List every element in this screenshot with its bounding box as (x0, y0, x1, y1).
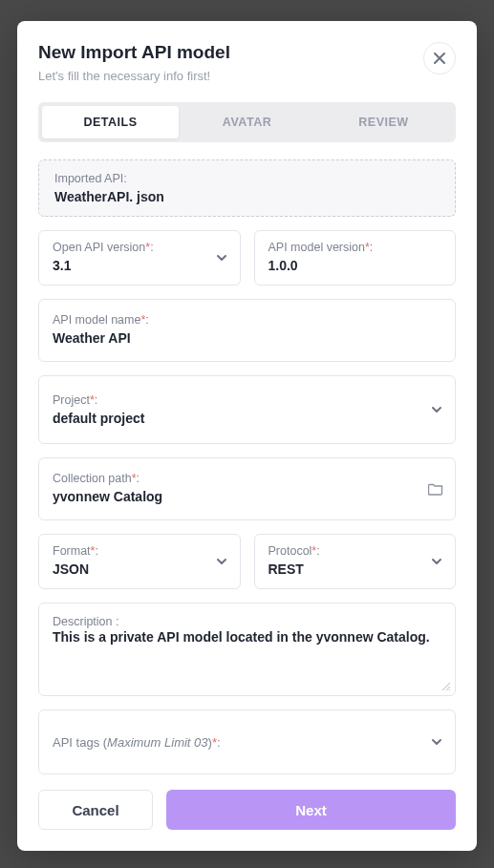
collection-path-input[interactable]: Collection path*: yvonnew Catalog (38, 457, 456, 520)
format-select[interactable]: Format*: JSON (38, 534, 241, 589)
folder-icon (428, 481, 443, 497)
openapi-version-select[interactable]: Open API version*: 3.1 (38, 230, 241, 286)
close-button[interactable] (423, 42, 456, 74)
api-model-version-input[interactable]: API model version*: 1.0.0 (254, 230, 457, 286)
modal-title: New Import API model (38, 42, 230, 63)
collection-path-label: Collection path (53, 472, 132, 485)
format-label: Format (53, 544, 91, 558)
collection-path-value: yvonnew Catalog (53, 489, 441, 504)
import-api-modal: New Import API model Let's fill the nece… (17, 21, 477, 851)
protocol-value: REST (268, 561, 442, 577)
api-model-name-label: API model name (53, 313, 140, 327)
chevron-down-icon (215, 555, 228, 568)
wizard-tabs: DETAILS AVATAR REVIEW (38, 102, 456, 142)
format-value: JSON (53, 561, 226, 577)
description-value: This is a private API model located in t… (53, 628, 441, 646)
next-button[interactable]: Next (166, 790, 456, 830)
api-tags-label: API tags (Maximum Limit 03)*: (53, 735, 221, 750)
cancel-button[interactable]: Cancel (38, 790, 153, 830)
chevron-down-icon (215, 251, 228, 265)
protocol-select[interactable]: Protocol*: REST (254, 534, 457, 589)
imported-api-label: Imported API: (54, 172, 440, 185)
tab-avatar[interactable]: AVATAR (179, 106, 315, 138)
api-model-name-value: Weather API (53, 330, 441, 346)
project-value: default project (53, 411, 441, 426)
imported-api-box: Imported API: WeatherAPI. json (38, 159, 456, 217)
chevron-down-icon (430, 735, 443, 749)
tab-details[interactable]: DETAILS (42, 106, 179, 138)
project-label: Project (53, 393, 90, 407)
protocol-label: Protocol (268, 544, 312, 558)
openapi-version-label: Open API version (53, 241, 145, 254)
api-tags-select[interactable]: API tags (Maximum Limit 03)*: (38, 709, 456, 774)
tab-review[interactable]: REVIEW (315, 106, 452, 138)
api-model-name-input[interactable]: API model name*: Weather API (38, 299, 456, 362)
api-model-version-label: API model version (268, 241, 365, 254)
resize-handle-icon[interactable] (441, 682, 451, 691)
modal-subtitle: Let's fill the necessary info first! (38, 69, 230, 83)
chevron-down-icon (430, 555, 443, 568)
description-textarea[interactable]: Description : This is a private API mode… (38, 603, 456, 696)
chevron-down-icon (430, 403, 443, 416)
imported-api-value: WeatherAPI. json (54, 189, 440, 204)
close-icon (433, 52, 446, 65)
api-model-version-value: 1.0.0 (268, 258, 442, 273)
openapi-version-value: 3.1 (53, 258, 226, 273)
description-label: Description : (53, 615, 441, 628)
project-select[interactable]: Project*: default project (38, 375, 456, 444)
